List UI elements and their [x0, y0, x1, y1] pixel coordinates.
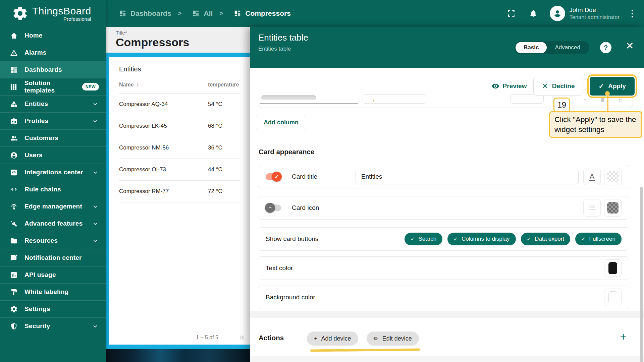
selected-widget-frame[interactable]: Entities Name↑ temperature Compressor AQ…: [106, 53, 250, 349]
tab-advanced[interactable]: Advanced: [547, 42, 588, 53]
transparent-dark-swatch: [607, 202, 619, 214]
sidebar-item[interactable]: Rule chains: [0, 181, 106, 198]
card-icon-label: Card icon: [292, 204, 356, 212]
breadcrumb-item[interactable]: > Compressors: [213, 9, 291, 17]
preview-button[interactable]: Preview: [491, 82, 527, 90]
breadcrumb-item[interactable]: > All: [171, 9, 213, 17]
sidebar-item[interactable]: Customers: [0, 129, 106, 146]
card-button-chip[interactable]: ✓ Data export: [521, 233, 570, 245]
column-editor-row-partial: ,: [258, 97, 633, 108]
table-row[interactable]: Compressor RM-77 72 °C: [119, 181, 240, 202]
panel-body: Preview ✕ Decline ✓ Apply ,: [250, 68, 644, 362]
dashboard-icon: [9, 66, 18, 74]
table-row[interactable]: Compressor AQ-34 54 °C: [119, 94, 240, 115]
settings-mode-toggle: Basic Advanced: [515, 41, 589, 54]
add-action-button[interactable]: +: [620, 330, 627, 343]
icon-color-button[interactable]: [604, 199, 622, 217]
table-row[interactable]: Compressor NM-56 36 °C: [119, 137, 240, 159]
card-button-chip[interactable]: ✓ Columns to display: [447, 233, 516, 245]
apply-button[interactable]: ✓ Apply: [590, 77, 635, 96]
check-icon: ✓: [453, 236, 458, 242]
sidebar-item-label: Edge management: [24, 203, 82, 210]
pagination-range-label: 1 – 5 of 5: [196, 335, 218, 341]
sidebar-item[interactable]: Profiles: [0, 112, 106, 129]
add-column-button[interactable]: Add column: [256, 115, 306, 130]
more-menu-icon[interactable]: [630, 8, 635, 19]
user-block[interactable]: John Doe Tenant administrator: [570, 6, 620, 21]
sidebar-item-label: Notification center: [24, 254, 82, 261]
sidebar-item[interactable]: Settings: [0, 300, 106, 317]
chevron-down-icon: [92, 169, 99, 176]
breadcrumb-item[interactable]: Dashboards: [119, 9, 171, 17]
tab-basic[interactable]: Basic: [516, 42, 547, 53]
table-row[interactable]: Compressor OI-73 44 °C: [119, 159, 240, 181]
temperature-cell: 36 °C: [208, 144, 240, 151]
action-chip[interactable]: ✏ Edit device: [367, 331, 419, 346]
text-color-picker[interactable]: [604, 259, 622, 277]
drag-chip[interactable]: [261, 95, 316, 100]
dashboard-title-field[interactable]: Title* Compressors: [106, 27, 250, 53]
card-icon-toggle[interactable]: −: [266, 204, 281, 211]
action-chip[interactable]: + Add device: [307, 331, 358, 346]
sidebar-item[interactable]: Notification center: [0, 249, 106, 266]
background-color-picker[interactable]: [604, 289, 622, 306]
sidebar-item[interactable]: Solution templates NEW: [0, 78, 106, 95]
home-icon: [9, 32, 18, 40]
sidebar-item-label: API usage: [24, 271, 56, 279]
sidebar-item[interactable]: Resources: [0, 232, 106, 249]
sidebar-item[interactable]: Entities: [0, 95, 106, 112]
card-title-toggle[interactable]: ✓: [266, 173, 281, 180]
column-width-input[interactable]: [510, 94, 544, 104]
background-color-label: Background color: [266, 294, 315, 301]
sidebar-item[interactable]: Users: [0, 146, 106, 164]
table-row[interactable]: Compressor LK-45 68 °C: [119, 115, 240, 137]
sidebar-item[interactable]: Alarms: [0, 44, 106, 61]
sidebar-item[interactable]: Dashboards: [0, 61, 106, 78]
name-column-header[interactable]: Name↑: [119, 82, 139, 88]
category-icon: [9, 100, 18, 108]
account-icon: [9, 152, 18, 159]
sidebar-item[interactable]: White labeling: [0, 283, 106, 300]
sidebar-item-label: White labeling: [24, 288, 69, 296]
icon-list-button[interactable]: [583, 199, 601, 217]
card-title-input[interactable]: [356, 169, 579, 184]
decline-button[interactable]: ✕ Decline: [533, 77, 583, 96]
text-style-button[interactable]: A: [583, 168, 601, 185]
brand-logo[interactable]: ThingsBoard Professional: [0, 0, 106, 27]
sidebar-item-label: Users: [24, 152, 43, 159]
sidebar-item[interactable]: Edge management: [0, 198, 106, 215]
title-color-button[interactable]: [604, 168, 622, 185]
chevron-down-icon[interactable]: [582, 96, 589, 103]
check-icon: ✓: [527, 236, 531, 242]
chevron-down-icon: [92, 322, 99, 330]
table-header-row: Name↑ temperature: [119, 82, 240, 94]
widget-settings-panel: Entities table Entities table Basic Adva…: [250, 27, 644, 362]
close-icon[interactable]: ✕: [626, 41, 634, 51]
notifications-bell-icon[interactable]: [529, 9, 538, 18]
sidebar-item[interactable]: Advanced features: [0, 215, 106, 232]
sidebar-item[interactable]: Home: [0, 27, 106, 44]
help-icon[interactable]: ?: [600, 42, 611, 53]
check-icon: ✓: [598, 82, 604, 90]
sidebar-item[interactable]: Integrations center: [0, 164, 106, 181]
temperature-column-header[interactable]: temperature: [208, 82, 240, 88]
fullscreen-icon[interactable]: [507, 9, 516, 18]
card-button-chip[interactable]: ✓ Search: [405, 233, 442, 245]
delete-icon[interactable]: [599, 96, 606, 103]
first-page-icon[interactable]: [238, 334, 246, 342]
column-settings-input[interactable]: ,: [363, 94, 426, 104]
card-button-chips: ✓ Search ✓ Columns to display ✓ Data exp…: [405, 233, 622, 245]
drag-handle-icon[interactable]: [617, 96, 624, 103]
sidebar-item[interactable]: API usage: [0, 266, 106, 283]
sidebar-item-label: Customers: [24, 134, 58, 142]
panel-scrollbar[interactable]: [640, 187, 643, 362]
table-body: Compressor AQ-34 54 °C Compressor LK-45 …: [119, 94, 240, 202]
panel-toolbar: Preview ✕ Decline ✓ Apply: [491, 77, 635, 96]
chevron-down-icon: [92, 220, 99, 227]
sidebar-item-label: Solution templates: [24, 79, 82, 94]
avatar[interactable]: [550, 6, 565, 21]
card-button-chip[interactable]: ✓ Fullscreen: [575, 233, 622, 245]
sidebar-item[interactable]: Security: [0, 317, 106, 335]
actions-heading: Actions: [259, 334, 284, 342]
black-color-swatch: [608, 262, 617, 274]
